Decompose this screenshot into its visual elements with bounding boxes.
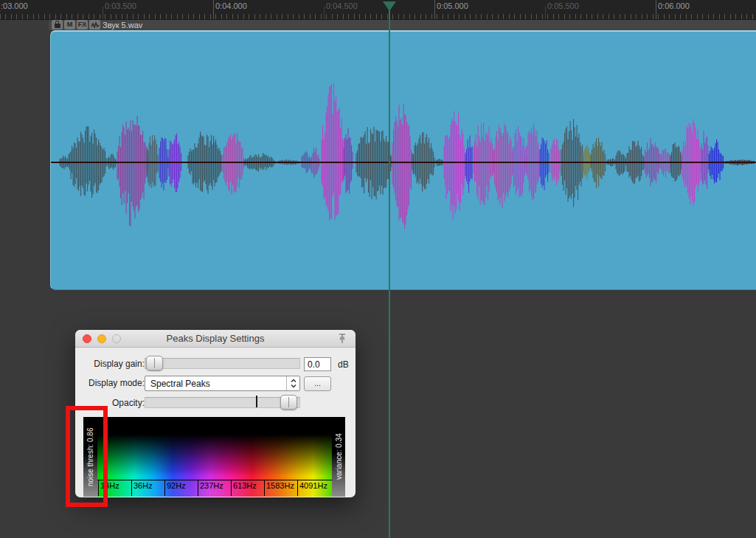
ruler-time-label: 0:04.500 [326,1,358,10]
display-mode-more-button[interactable]: ... [304,376,331,391]
opacity-slider[interactable] [145,397,300,408]
frequency-tick [231,480,232,496]
frequency-label: 237Hz [200,481,223,490]
fx-icon: FX [78,21,87,28]
display-gain-slider[interactable] [145,358,300,369]
annotation-highlight-rect [66,406,108,507]
timeline-ruler[interactable]: :03.0000:03.5000:04.0000:04.5000:05.0000… [0,0,756,20]
item-envelope-button[interactable] [89,20,100,30]
ruler-major-gridline [213,0,214,20]
ruler-time-label: 0:05.500 [547,1,579,10]
frequency-tick [264,480,265,496]
playhead-line [389,10,390,538]
pin-icon[interactable] [336,333,348,345]
ruler-time-label: 0:03.500 [105,1,136,10]
opacity-slider-thumb[interactable] [280,395,297,410]
display-gain-label: Display gain: [80,359,145,369]
item-mute-button[interactable]: M [64,20,75,30]
item-fx-button[interactable]: FX [77,20,88,30]
variance-strip: variance: 0.34 [332,417,345,497]
frequency-tick [164,480,165,496]
display-gain-unit: dB [338,359,349,370]
ruler-minor-gridline [545,7,546,20]
dialog-titlebar[interactable]: Peaks Display Settings [75,330,356,348]
ruler-time-label: 0:05.000 [437,1,468,10]
frequency-label: 36Hz [133,481,153,490]
ruler-time-label: 0:04.000 [215,1,247,10]
display-mode-value: Spectral Peaks [150,379,210,389]
frequency-label: 613Hz [233,481,257,490]
ruler-major-gridline [434,0,435,20]
media-item[interactable] [50,30,756,290]
frequency-color-gradient[interactable]: 14Hz36Hz92Hz237Hz613Hz1583Hz4091Hz [97,417,332,497]
playhead-marker[interactable] [383,1,396,11]
frequency-tick [198,480,198,496]
ruler-minor-ticks [0,14,756,19]
display-gain-slider-thumb[interactable] [146,356,163,370]
app-window: :03.0000:03.5000:04.0000:04.5000:05.0000… [0,0,756,538]
frequency-label: 4091Hz [299,481,327,490]
peaks-display-settings-dialog: Peaks Display Settings Display gain: 0.0… [75,330,356,497]
item-lock-button[interactable] [52,20,63,30]
frequency-label: 1583Hz [266,481,294,490]
opacity-slider-tick [256,396,257,407]
frequency-tick [297,480,298,496]
ruler-time-label: :03.000 [1,1,28,10]
variance-label: variance: 0.34 [332,417,345,497]
ruler-minor-gridline [103,7,103,20]
display-mode-select[interactable]: Spectral Peaks [145,376,300,391]
waveform-icon [91,21,100,29]
stepper-chevrons-icon [286,376,299,390]
ruler-time-label: 0:06.000 [658,1,690,10]
frequency-label: 92Hz [167,481,186,490]
item-filename: Звук 5.wav [103,21,142,30]
display-gain-field[interactable]: 0.0 [304,357,331,371]
ruler-minor-gridline [324,7,325,20]
spectral-waveform [51,32,756,290]
item-title-band [49,20,756,30]
frequency-tick [131,480,132,496]
dialog-title: Peaks Display Settings [75,333,356,344]
lock-icon [55,24,60,28]
display-mode-label: Display mode: [80,378,145,388]
ruler-major-gridline [656,0,656,20]
spectral-color-map[interactable]: noise thresh: 0.86 14Hz36Hz92Hz237Hz613H… [83,417,345,497]
mute-icon: M [67,21,73,28]
